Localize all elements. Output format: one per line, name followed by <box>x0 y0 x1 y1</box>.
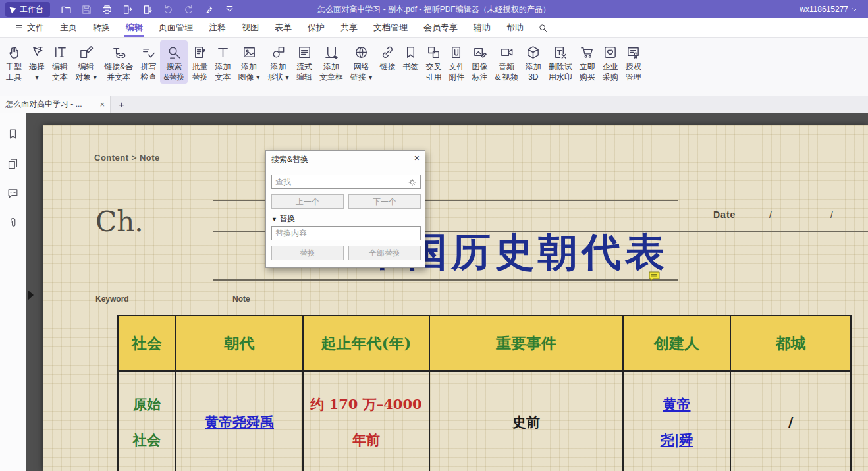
header-cell-founder: 创建人 <box>624 316 731 372</box>
menu-convert[interactable]: 转换 <box>85 18 118 37</box>
app-window: 工作台 怎么面对高中学习 - 副本.pdf - 福昕PDF编辑器（未经授权的产品… <box>0 0 868 471</box>
search-options-gear-icon[interactable] <box>407 177 418 188</box>
toolbar-button-edit-text[interactable]: 编辑文本 <box>49 40 71 84</box>
toolbar-button-batch-replace[interactable]: 批量替换 <box>188 40 211 84</box>
menu-share[interactable]: 共享 <box>333 18 366 37</box>
toolbar-button-link-merge-text[interactable]: 链接&合并文本 <box>101 40 136 84</box>
new-tab-button[interactable]: + <box>111 99 132 110</box>
document-tab[interactable]: 怎么面对高中学习 - ... × <box>0 96 111 113</box>
toolbar-button-spell-check[interactable]: 拼写检查 <box>137 40 159 84</box>
founder-link-1[interactable]: 黄帝 <box>663 395 691 414</box>
pages-panel-icon[interactable] <box>7 157 19 170</box>
find-input[interactable] <box>271 175 421 189</box>
menu-help[interactable]: 帮助 <box>499 18 531 37</box>
bookmarks-panel-icon[interactable] <box>7 128 19 140</box>
menu-page-management[interactable]: 页面管理 <box>151 18 201 37</box>
format-brush-icon[interactable] <box>203 4 215 15</box>
toolbar-button-search-replace[interactable]: 搜索&替换 <box>160 40 188 84</box>
keyword-label: Keyword <box>95 294 129 304</box>
replace-input[interactable] <box>271 226 421 240</box>
select-cursor-icon <box>30 43 45 61</box>
cell-dynasty: 黄帝尧舜禹 <box>176 372 304 471</box>
history-table: 社会 朝代 起止年代(年) 重要事件 创建人 都城 原始 社会 黄帝尧舜禹 <box>117 315 852 471</box>
toolbar-button-add-shape[interactable]: 添加形状 ▾ <box>264 40 292 84</box>
toolbar-button-add-text[interactable]: 添加文本 <box>211 40 234 84</box>
header-cell-dynasty: 朝代 <box>176 316 304 372</box>
menu-home[interactable]: 主页 <box>52 18 85 37</box>
toolbar-button-reflow-edit[interactable]: 流式编辑 <box>293 40 315 84</box>
workspace-button[interactable]: 工作台 <box>5 2 50 17</box>
add-image-icon <box>242 43 257 61</box>
tab-close-icon[interactable]: × <box>99 99 105 109</box>
header-cell-period: 起止年代(年) <box>304 316 430 372</box>
open-folder-icon[interactable] <box>61 4 72 15</box>
link-icon <box>380 43 395 61</box>
sidebar-expand-arrow-icon[interactable] <box>28 290 34 300</box>
replace-section-toggle[interactable]: ▼ 替换 <box>271 213 295 225</box>
comment-note-icon[interactable] <box>649 271 660 281</box>
find-previous-button[interactable]: 上一个 <box>271 194 344 209</box>
attachments-panel-icon[interactable] <box>7 217 19 229</box>
save-icon[interactable] <box>81 4 92 15</box>
edit-object-icon <box>78 43 94 61</box>
menu-search-button[interactable] <box>531 18 555 37</box>
replace-button[interactable]: 替换 <box>271 246 344 260</box>
print-icon[interactable] <box>101 4 113 15</box>
reflow-edit-icon <box>297 43 312 61</box>
menu-view[interactable]: 视图 <box>234 18 267 37</box>
toolbar-button-web-link[interactable]: 网络链接 ▾ <box>347 40 375 84</box>
content-area: Content > Note Ch. Date / / 中国历史朝代表 Keyw… <box>0 113 868 471</box>
dynasty-link[interactable]: 黄帝尧舜禹 <box>205 413 274 431</box>
menu-accessibility[interactable]: 辅助 <box>466 18 499 37</box>
web-link-icon <box>354 43 369 61</box>
cell-period: 约 170 万–4000 年前 <box>304 372 430 471</box>
menu-edit[interactable]: 编辑 <box>118 18 151 37</box>
toolbar-button-bookmark[interactable]: 书签 <box>399 40 421 74</box>
menu-doc-management[interactable]: 文档管理 <box>366 18 416 37</box>
toolbar-button-add-article-box[interactable]: 添加文章框 <box>316 40 346 84</box>
document-tabbar: 怎么面对高中学习 - ... × + <box>0 96 868 113</box>
cell-society: 原始 社会 <box>119 372 176 471</box>
toolbar-button-buy-now[interactable]: 立即购买 <box>576 40 599 84</box>
toolbar-options-chevron-icon[interactable] <box>224 4 235 15</box>
dialog-title: 搜索&替换 <box>271 154 308 165</box>
file-attachment-icon <box>449 43 464 61</box>
toolbar-button-cross-reference[interactable]: 交叉引用 <box>422 40 445 84</box>
toolbar-button-add-3d[interactable]: 添加3D <box>522 40 545 84</box>
workspace-icon <box>10 5 18 13</box>
menu-file[interactable]: 文件 <box>7 18 52 37</box>
menu-comment[interactable]: 注释 <box>201 18 234 37</box>
dialog-close-icon[interactable]: × <box>414 153 420 163</box>
find-next-button[interactable]: 下一个 <box>348 194 421 209</box>
toolbar-button-file-attachment[interactable]: 文件附件 <box>445 40 468 84</box>
toolbar-button-hand-tool[interactable]: 手型工具 <box>3 40 25 84</box>
toolbar-button-enterprise-purchase[interactable]: 企业采购 <box>599 40 622 84</box>
menubar: 文件 主页 转换 编辑 页面管理 注释 视图 表单 保护 共享 文档管理 会员专… <box>0 18 868 38</box>
undo-icon[interactable] <box>163 4 174 15</box>
menu-protect[interactable]: 保护 <box>300 18 333 37</box>
menu-member-exclusive[interactable]: 会员专享 <box>416 18 466 37</box>
toolbar-button-license-management[interactable]: 授权管理 <box>622 40 645 84</box>
menu-form[interactable]: 表单 <box>267 18 300 37</box>
redo-icon[interactable] <box>183 4 194 15</box>
search-replace-icon <box>167 43 182 61</box>
toolbar-button-add-image[interactable]: 添加图像 ▾ <box>234 40 263 84</box>
toolbar-button-remove-trial-watermark[interactable]: 删除试用水印 <box>545 40 576 84</box>
user-account[interactable]: wx118615277 <box>800 5 859 14</box>
titlebar: 工作台 怎么面对高中学习 - 副本.pdf - 福昕PDF编辑器（未经授权的产品… <box>0 0 868 18</box>
toolbar-button-edit-object[interactable]: 编辑对象 ▾ <box>72 40 100 84</box>
toolbar-button-audio-video[interactable]: 音频& 视频 <box>491 40 521 84</box>
replace-all-button[interactable]: 全部替换 <box>348 246 421 260</box>
founder-link-2[interactable]: 尧|舜 <box>661 431 693 449</box>
convert-doc-icon[interactable] <box>142 4 153 15</box>
add-text-icon <box>215 43 231 61</box>
toolbar-button-image-annotation[interactable]: 图像标注 <box>468 40 491 84</box>
date-slash-1: / <box>769 209 772 220</box>
toolbar-button-select[interactable]: 选择▾ <box>26 40 48 84</box>
add-shape-icon <box>271 43 286 61</box>
comments-panel-icon[interactable] <box>7 187 19 200</box>
export-doc-icon[interactable] <box>122 4 133 15</box>
collapse-triangle-icon: ▼ <box>271 216 277 223</box>
toolbar-button-link[interactable]: 链接 <box>376 40 398 74</box>
pdf-page[interactable]: Content > Note Ch. Date / / 中国历史朝代表 Keyw… <box>43 125 868 471</box>
